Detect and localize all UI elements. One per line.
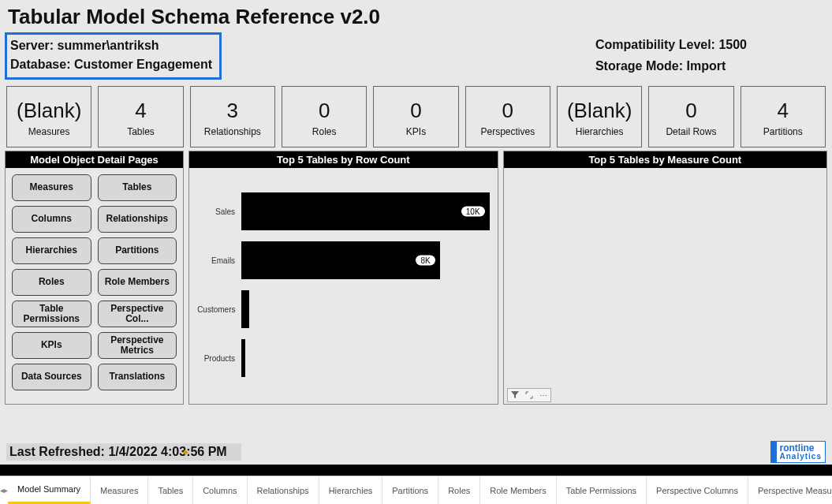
tile-label: Roles	[284, 126, 364, 137]
detail-pages-grid: MeasuresTablesColumnsRelationshipsHierar…	[6, 168, 183, 397]
panel-detail-pages: Model Object Detail Pages MeasuresTables…	[5, 151, 184, 405]
panel-measurecount-chart[interactable]: Top 5 Tables by Measure Count ⋯	[503, 151, 827, 405]
tab-hierarchies[interactable]: Hierarchies	[319, 476, 383, 504]
detail-button-translations[interactable]: Translations	[98, 364, 177, 390]
bar-track: 8K	[241, 241, 489, 279]
compat-storage-box: Compatibility Level: 1500 Storage Mode: …	[595, 32, 826, 80]
server-value: summer\antriksh	[58, 39, 159, 52]
tile-label: Detail Rows	[651, 126, 731, 137]
server-db-box: Server: summer\antriksh Database: Custom…	[5, 32, 222, 80]
footer-row: Last Refreshed: 1/4/2022 4:03:56 PM ✦ ro…	[0, 441, 832, 465]
tab-partitions[interactable]: Partitions	[382, 476, 438, 504]
tab-columns[interactable]: Columns	[193, 476, 247, 504]
detail-button-measures[interactable]: Measures	[12, 174, 91, 201]
rowcount-chart-body: Sales 10K Emails 8K Customers Products	[189, 168, 497, 404]
summary-tile-roles[interactable]: 0 Roles	[282, 86, 367, 147]
detail-button-columns[interactable]: Columns	[12, 206, 91, 233]
bar-fill	[241, 339, 245, 377]
server-label: Server:	[10, 39, 54, 52]
more-options-icon[interactable]: ⋯	[536, 389, 550, 401]
detail-button-perspective-metrics[interactable]: Perspective Metrics	[98, 332, 177, 359]
compat-label: Compatibility Level:	[595, 38, 715, 51]
detail-button-kpis[interactable]: KPIs	[12, 332, 91, 359]
bar-row[interactable]: Customers	[197, 285, 489, 334]
bar-row[interactable]: Products	[197, 334, 489, 383]
last-refreshed: Last Refreshed: 1/4/2022 4:03:56 PM ✦	[6, 443, 241, 461]
tabs-container: Model SummaryMeasuresTablesColumnsRelati…	[8, 476, 832, 504]
tile-label: Relationships	[192, 126, 273, 137]
page-title: Tabular Model Schema Reference v2.0	[0, 0, 832, 32]
panel-detail-pages-header: Model Object Detail Pages	[6, 151, 183, 168]
summary-tile-hierarchies[interactable]: (Blank) Hierarchies	[557, 86, 642, 147]
summary-tile-kpis[interactable]: 0 KPIs	[373, 86, 458, 147]
tile-label: Hierarchies	[559, 126, 640, 137]
bar-category-label: Customers	[197, 305, 241, 314]
detail-button-data-sources[interactable]: Data Sources	[12, 364, 91, 390]
bar-fill: 10K	[241, 192, 489, 230]
last-refreshed-label: Last Refreshed:	[9, 445, 105, 458]
summary-tiles: (Blank) Measures4 Tables3 Relationships0…	[0, 80, 832, 151]
tile-value: 0	[651, 99, 731, 123]
black-divider	[0, 465, 832, 476]
detail-button-tables[interactable]: Tables	[98, 174, 177, 201]
bar-track	[241, 339, 489, 377]
tab-model-summary[interactable]: Model Summary	[8, 476, 91, 504]
bar-data-label: 10K	[461, 207, 485, 217]
tile-value: (Blank)	[9, 99, 89, 123]
tile-value: 4	[100, 99, 181, 123]
logo-line2: Analytics	[780, 453, 822, 461]
panel-rowcount-chart[interactable]: Top 5 Tables by Row Count Sales 10K Emai…	[188, 151, 498, 405]
visual-toolbar: ⋯	[507, 388, 551, 402]
database-label: Database:	[10, 58, 70, 71]
bar-row[interactable]: Sales 10K	[197, 187, 489, 236]
focus-mode-icon[interactable]	[522, 389, 536, 401]
filter-icon[interactable]	[508, 389, 522, 401]
detail-button-relationships[interactable]: Relationships	[98, 206, 177, 233]
detail-button-role-members[interactable]: Role Members	[98, 269, 177, 296]
bar-fill: 8K	[241, 241, 440, 279]
summary-tile-partitions[interactable]: 4 Partitions	[741, 86, 826, 147]
tile-label: Partitions	[743, 126, 823, 137]
last-refreshed-value: 1/4/2022 4:03:56 PM	[108, 445, 226, 458]
summary-tile-measures[interactable]: (Blank) Measures	[6, 86, 91, 147]
frontline-analytics-logo: rontline Analytics	[770, 441, 826, 463]
tab-measures[interactable]: Measures	[91, 476, 148, 504]
tile-value: 0	[468, 99, 548, 123]
bar-category-label: Emails	[197, 256, 241, 265]
detail-button-table-permissions[interactable]: Table Permissions	[12, 301, 91, 327]
tab-tables[interactable]: Tables	[148, 476, 193, 504]
tile-value: (Blank)	[559, 99, 640, 123]
panels-row: Model Object Detail Pages MeasuresTables…	[0, 151, 832, 405]
tab-perspective-columns[interactable]: Perspective Columns	[647, 476, 748, 504]
database-value: Customer Engagement	[74, 58, 212, 71]
detail-button-partitions[interactable]: Partitions	[98, 237, 177, 264]
tile-label: KPIs	[375, 126, 456, 137]
tab-roles[interactable]: Roles	[438, 476, 480, 504]
bar-fill	[241, 290, 248, 328]
bar-track: 10K	[241, 192, 489, 230]
tab-table-permissions[interactable]: Table Permissions	[557, 476, 647, 504]
tab-relationships[interactable]: Relationships	[248, 476, 319, 504]
summary-tile-tables[interactable]: 4 Tables	[98, 86, 183, 147]
summary-tile-perspectives[interactable]: 0 Perspectives	[465, 86, 550, 147]
summary-tile-relationships[interactable]: 3 Relationships	[190, 86, 275, 147]
detail-button-perspective-col-[interactable]: Perspective Col...	[98, 301, 177, 327]
bar-data-label: 8K	[416, 256, 435, 266]
panel-rowcount-header: Top 5 Tables by Row Count	[189, 151, 497, 168]
bar-row[interactable]: Emails 8K	[197, 236, 489, 285]
tile-label: Tables	[100, 126, 181, 137]
bar-category-label: Sales	[197, 207, 241, 216]
tile-label: Perspectives	[468, 126, 548, 137]
tab-role-members[interactable]: Role Members	[480, 476, 557, 504]
summary-tile-detail-rows[interactable]: 0 Detail Rows	[648, 86, 733, 147]
info-row: Server: summer\antriksh Database: Custom…	[0, 32, 832, 80]
detail-button-hierarchies[interactable]: Hierarchies	[12, 237, 91, 264]
bar-category-label: Products	[197, 354, 241, 363]
tile-value: 0	[375, 99, 456, 123]
tile-value: 0	[284, 99, 364, 123]
measurecount-chart-body	[504, 168, 826, 404]
detail-button-roles[interactable]: Roles	[12, 269, 91, 296]
bar-track	[241, 290, 489, 328]
tab-perspective-measures[interactable]: Perspective Measures	[748, 476, 832, 504]
tile-label: Measures	[9, 126, 89, 137]
